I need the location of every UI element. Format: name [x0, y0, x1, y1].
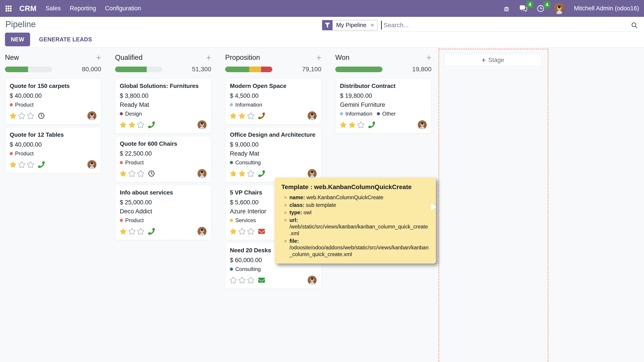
- activity-phone-icon[interactable]: [148, 228, 155, 235]
- kanban-card[interactable]: Quote for 12 Tables $ 40,000.00 Product: [5, 127, 101, 173]
- column-title[interactable]: Proposition: [225, 54, 260, 62]
- star-empty-icon[interactable]: [239, 277, 246, 283]
- star-empty-icon[interactable]: [18, 112, 25, 119]
- star-empty-icon[interactable]: [358, 121, 364, 128]
- star-filled-icon[interactable]: [10, 161, 16, 168]
- add-record-icon[interactable]: +: [206, 54, 211, 61]
- star-empty-icon[interactable]: [18, 161, 25, 168]
- star-empty-icon[interactable]: [137, 121, 144, 128]
- kanban-card[interactable]: Office Design and Architecture $ 9,000.0…: [225, 127, 321, 182]
- column-title[interactable]: Won: [335, 54, 350, 62]
- star-filled-icon[interactable]: [349, 121, 356, 128]
- star-filled-icon[interactable]: [10, 112, 16, 119]
- star-empty-icon[interactable]: [128, 170, 135, 177]
- activity-phone-icon[interactable]: [368, 121, 375, 128]
- card-tag[interactable]: Design: [120, 111, 142, 117]
- apps-grid-icon[interactable]: [5, 5, 12, 12]
- new-button[interactable]: NEW: [5, 33, 30, 46]
- kanban-card[interactable]: Modern Open Space $ 4,500.00 Information: [225, 78, 321, 125]
- star-empty-icon[interactable]: [137, 170, 144, 177]
- tooltip-item-name: name: web.KanbanColumnQuickCreate: [290, 194, 429, 201]
- card-tag[interactable]: Services: [230, 217, 256, 223]
- star-empty-icon[interactable]: [248, 112, 254, 119]
- user-menu[interactable]: Mitchell Admin (odoo16): [574, 5, 639, 12]
- salesperson-avatar[interactable]: [418, 120, 427, 129]
- facet-remove-icon[interactable]: ×: [370, 20, 377, 30]
- search-bar[interactable]: My Pipeline × Search...: [322, 19, 640, 32]
- salesperson-avatar[interactable]: [308, 111, 316, 120]
- debug-bug-icon[interactable]: [503, 5, 510, 12]
- kanban-card[interactable]: Info about services $ 25,000.00 Deco Add…: [115, 185, 211, 240]
- salesperson-avatar[interactable]: [198, 169, 206, 178]
- add-record-icon[interactable]: +: [96, 54, 101, 61]
- star-filled-icon[interactable]: [340, 121, 347, 128]
- salesperson-avatar[interactable]: [198, 227, 206, 236]
- star-filled-icon[interactable]: [230, 170, 236, 177]
- activity-phone-icon[interactable]: [258, 170, 265, 177]
- kanban-card[interactable]: Global Solutions: Furnitures $ 3,800.00 …: [115, 78, 211, 134]
- card-tag[interactable]: Product: [120, 217, 144, 223]
- add-record-icon[interactable]: +: [316, 54, 321, 61]
- salesperson-avatar[interactable]: [198, 120, 206, 129]
- kanban-card[interactable]: Quote for 150 carpets $ 40,000.00 Produc…: [5, 78, 101, 125]
- card-tag[interactable]: Product: [10, 102, 34, 108]
- star-empty-icon[interactable]: [230, 277, 236, 283]
- star-empty-icon[interactable]: [27, 161, 34, 168]
- star-filled-icon[interactable]: [120, 121, 126, 128]
- star-filled-icon[interactable]: [128, 121, 135, 128]
- activity-clock-icon[interactable]: [38, 112, 45, 119]
- star-filled-icon[interactable]: [230, 228, 236, 235]
- card-tag[interactable]: Product: [120, 159, 144, 166]
- salesperson-avatar[interactable]: [88, 160, 96, 169]
- generate-leads-button[interactable]: GENERATE LEADS: [39, 36, 92, 43]
- star-filled-icon[interactable]: [230, 112, 236, 119]
- star-filled-icon[interactable]: [239, 112, 246, 119]
- app-name[interactable]: CRM: [19, 4, 37, 13]
- kanban-card[interactable]: Quote for 600 Chairs $ 22,500.00 Product: [115, 136, 211, 182]
- activity-phone-icon[interactable]: [258, 112, 265, 119]
- user-avatar[interactable]: [554, 3, 565, 14]
- search-icon[interactable]: [631, 22, 638, 29]
- plus-icon: +: [482, 56, 486, 64]
- activity-envelope-icon[interactable]: [258, 228, 265, 235]
- star-empty-icon[interactable]: [248, 277, 254, 283]
- add-record-icon[interactable]: +: [426, 54, 432, 61]
- nav-menu-sales[interactable]: Sales: [46, 5, 61, 12]
- activity-clock-icon[interactable]: [148, 170, 155, 177]
- nav-menu-configuration[interactable]: Configuration: [105, 5, 141, 12]
- card-tag[interactable]: Product: [10, 150, 34, 157]
- nav-menu-reporting[interactable]: Reporting: [70, 5, 96, 12]
- card-tag[interactable]: Consulting: [230, 266, 261, 272]
- star-empty-icon[interactable]: [27, 112, 34, 119]
- column-progressbar[interactable]: [225, 67, 272, 72]
- activity-phone-icon[interactable]: [148, 121, 155, 128]
- column-progressbar[interactable]: [335, 67, 382, 72]
- salesperson-avatar[interactable]: [308, 169, 316, 178]
- star-empty-icon[interactable]: [239, 228, 246, 235]
- card-tags: Information: [230, 102, 316, 108]
- star-empty-icon[interactable]: [137, 228, 144, 235]
- salesperson-avatar[interactable]: [308, 276, 316, 285]
- messages-icon[interactable]: 4: [519, 4, 528, 13]
- search-input[interactable]: Search...: [384, 22, 409, 29]
- column-progressbar[interactable]: [115, 67, 162, 72]
- card-tag[interactable]: Consulting: [230, 159, 261, 166]
- star-filled-icon[interactable]: [120, 228, 126, 235]
- star-empty-icon[interactable]: [248, 228, 254, 235]
- salesperson-avatar[interactable]: [88, 111, 96, 120]
- column-title[interactable]: Qualified: [115, 54, 142, 62]
- column-progressbar[interactable]: [5, 67, 52, 72]
- star-empty-icon[interactable]: [128, 228, 135, 235]
- column-title[interactable]: New: [5, 54, 19, 62]
- card-tag[interactable]: Information: [340, 111, 372, 117]
- activities-clock-icon[interactable]: 4: [536, 5, 545, 13]
- kanban-card[interactable]: Distributor Contract $ 19,800.00 Gemini …: [335, 78, 432, 134]
- activity-envelope-icon[interactable]: [258, 277, 265, 283]
- card-tag[interactable]: Other: [377, 111, 396, 117]
- add-stage-button[interactable]: + Stage: [444, 54, 542, 66]
- star-filled-icon[interactable]: [120, 170, 126, 177]
- star-filled-icon[interactable]: [239, 170, 246, 177]
- star-empty-icon[interactable]: [248, 170, 254, 177]
- card-tag[interactable]: Information: [230, 102, 262, 108]
- activity-phone-icon[interactable]: [38, 161, 45, 168]
